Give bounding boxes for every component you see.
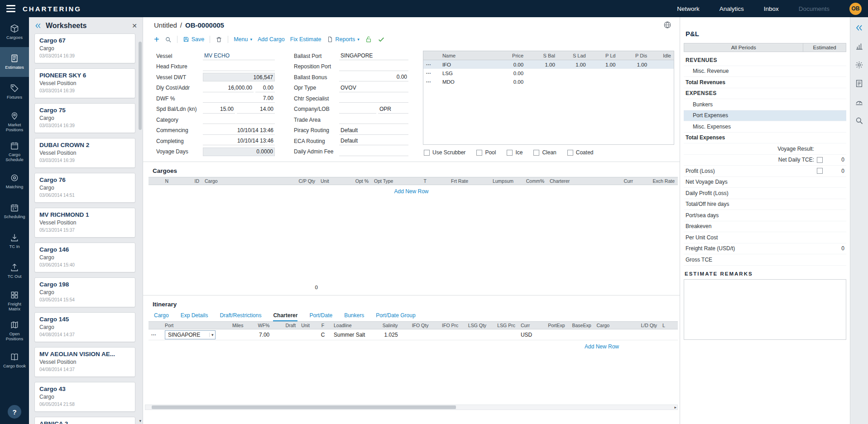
field-input-dly-cost-addr-1[interactable]: 16,000.00 — [203, 84, 254, 92]
worksheet-card-cargo-76[interactable]: Cargo 76Cargo03/06/2014 14:51 — [34, 173, 135, 203]
checkbox-use-scrubber[interactable]: Use Scrubber — [424, 149, 465, 156]
tab-port-date-group[interactable]: Port/Date Group — [376, 312, 415, 321]
itinerary-cell-wf[interactable]: 7.00 — [246, 332, 272, 338]
field-input-category[interactable] — [203, 115, 275, 124]
field-input-dwf[interactable]: 7.00 — [203, 94, 275, 103]
worksheet-card-pioneer-sky-6[interactable]: PIONEER SKY 6Vessel Position03/03/2014 1… — [34, 68, 135, 98]
checkbox-coated[interactable]: Coated — [567, 149, 594, 156]
port-select[interactable]: SINGAPORE▾ — [165, 330, 216, 339]
field-input-company-lob-1[interactable] — [339, 105, 376, 114]
delete-icon[interactable] — [216, 36, 222, 43]
itinerary-cell-loadline[interactable]: Summer Salt — [331, 332, 373, 338]
worksheet-card-mv-aeolian-vision-ae[interactable]: MV AEOLIAN VISION AE...Vessel Position04… — [34, 347, 135, 377]
bunker-row-ifo[interactable]: •••IFO0.001.001.001.001.00 — [423, 60, 674, 69]
field-input-commencing[interactable]: 10/10/14 13:46 — [203, 126, 275, 135]
close-worksheets-icon[interactable]: ✕ — [132, 22, 137, 29]
field-input-trade-area[interactable] — [339, 115, 408, 124]
bunker-row-lsg[interactable]: •••LSG0.00 — [423, 69, 674, 77]
tab-cargo[interactable]: Cargo — [154, 312, 169, 321]
field-input-piracy-routing[interactable]: Default — [339, 126, 408, 135]
menu-button[interactable]: Menu▾ — [234, 36, 252, 43]
sidebar-item-freight-matrix[interactable]: Freight Matrix — [0, 286, 29, 316]
unlocked-icon[interactable] — [365, 36, 372, 43]
sidebar-item-market-positions[interactable]: Market Positions — [0, 107, 29, 137]
field-input-chtr-specialist[interactable] — [339, 94, 408, 103]
sidebar-item-estimates[interactable]: Estimates — [0, 47, 29, 77]
sidebar-item-matching[interactable]: Matching — [0, 167, 29, 196]
itinerary-cell-salinity[interactable]: 1.025 — [373, 332, 401, 338]
worksheet-card-cargo-146[interactable]: Cargo 146Cargo03/06/2014 15:40 — [34, 243, 135, 272]
worksheets-scroll-down-icon[interactable]: ▾ — [139, 419, 141, 423]
field-input-opr-type[interactable]: OVOV — [339, 84, 408, 92]
field-input-vessel[interactable]: MV ECHO — [203, 52, 275, 60]
sidebar-item-cargo-schedule[interactable]: Cargo Schedule — [0, 137, 29, 167]
search-panel-icon[interactable] — [855, 116, 863, 125]
itinerary-cell-curr[interactable]: USD — [518, 332, 538, 338]
add-cargo-button[interactable]: Add Cargo — [258, 36, 285, 43]
field-input-spd-bal-ldn-kn-2[interactable]: 14.00 — [237, 105, 275, 114]
worksheet-card-cargo-75[interactable]: Cargo 75Cargo03/03/2014 16:39 — [34, 103, 135, 133]
scroll-right-icon[interactable]: ▸ — [674, 405, 676, 410]
field-input-head-fixture[interactable] — [203, 62, 275, 71]
sidebar-item-scheduling[interactable]: Scheduling — [0, 196, 29, 226]
worksheet-card-dubai-crown-2[interactable]: DUBAI CROWN 2Vessel Position03/03/2014 1… — [34, 138, 135, 168]
chart-icon[interactable] — [855, 42, 863, 51]
validate-check-icon[interactable] — [378, 36, 385, 43]
worksheet-card-cargo-145[interactable]: Cargo 145Cargo04/08/2014 14:37 — [34, 312, 135, 342]
bunker-row-mdo[interactable]: •••MDO0.00 — [423, 77, 674, 86]
gear-icon[interactable] — [855, 61, 863, 69]
pnl-row-port-expenses[interactable]: Port Expenses — [684, 110, 846, 122]
horizontal-scrollbar[interactable]: ▸ — [145, 405, 678, 410]
sidebar-item-tc-out[interactable]: TC Out — [0, 256, 29, 286]
save-button[interactable]: Save — [183, 36, 205, 43]
scrollbar-thumb[interactable] — [152, 405, 456, 409]
row-menu-icon[interactable]: ••• — [149, 333, 162, 337]
itinerary-add-new-row[interactable]: Add New Row — [143, 340, 680, 353]
worksheet-card-cargo-198[interactable]: Cargo 198Cargo03/05/2014 15:54 — [34, 277, 135, 307]
field-input-daily-admin-fee[interactable] — [339, 148, 408, 156]
field-input-completing[interactable]: 10/10/14 13:46 — [203, 137, 275, 145]
checkbox-pool[interactable]: Pool — [476, 149, 496, 156]
field-input-company-lob-2[interactable]: OPR — [378, 105, 408, 114]
worksheet-card-cargo-67[interactable]: Cargo 67Cargo03/03/2014 16:39 — [34, 33, 135, 63]
pnl-checkbox[interactable] — [817, 157, 823, 163]
itinerary-cell-f[interactable]: C — [315, 332, 331, 338]
gauge-icon[interactable] — [855, 98, 863, 106]
sidebar-item-open-positions[interactable]: Open Positions — [0, 316, 29, 346]
sidebar-item-fixtures[interactable]: Fixtures — [0, 77, 29, 107]
search-icon[interactable] — [165, 36, 172, 43]
row-menu-icon[interactable]: ••• — [423, 62, 440, 67]
row-menu-icon[interactable]: ••• — [423, 80, 440, 84]
field-input-reposition-port[interactable] — [339, 62, 408, 71]
collapse-panel-icon[interactable] — [855, 24, 863, 32]
help-button[interactable]: ? — [8, 405, 21, 419]
worksheets-scrollbar[interactable] — [139, 37, 142, 416]
checkbox-clean[interactable]: Clean — [533, 149, 556, 156]
pnl-period-all[interactable]: All Periods — [684, 43, 803, 52]
row-menu-icon[interactable]: ••• — [423, 71, 440, 75]
fix-estimate-button[interactable]: Fix Estimate — [290, 36, 321, 43]
estimate-remarks-input[interactable] — [684, 279, 846, 340]
report-list-icon[interactable] — [855, 79, 863, 88]
tab-exp-details[interactable]: Exp Details — [181, 312, 208, 321]
sidebar-item-cargoes[interactable]: Cargoes — [0, 17, 29, 47]
tab-charterer[interactable]: Charterer — [273, 312, 297, 321]
tab-bunkers[interactable]: Bunkers — [344, 312, 364, 321]
nav-network[interactable]: Network — [677, 5, 700, 12]
pnl-row-misc-expenses[interactable]: Misc. Expenses — [684, 121, 846, 133]
worksheet-card-arnica-2[interactable]: ARNICA 2 — [34, 417, 135, 424]
sidebar-item-tc-in[interactable]: TC In — [0, 226, 29, 256]
checkbox-ice[interactable]: Ice — [507, 149, 523, 156]
field-input-ballast-port[interactable]: SINGAPORE — [339, 52, 408, 60]
field-input-ballast-bonus[interactable]: 0.00 — [339, 73, 408, 81]
globe-icon[interactable] — [663, 21, 671, 29]
pnl-period-estimated[interactable]: Estimated — [803, 43, 846, 52]
worksheet-card-cargo-43[interactable]: Cargo 43Cargo06/05/2014 21:58 — [34, 382, 135, 412]
pnl-row-bunkers[interactable]: Bunkers — [684, 99, 846, 110]
field-input-eca-routing[interactable]: Default — [339, 137, 408, 145]
nav-documents[interactable]: Documents — [799, 5, 830, 12]
new-estimate-button[interactable]: + — [154, 35, 159, 44]
breadcrumb-untitled[interactable]: Untitled — [154, 21, 177, 29]
cargoes-add-new-row[interactable]: Add New Row — [143, 185, 680, 198]
sidebar-item-cargo-book[interactable]: Cargo Book — [0, 346, 29, 376]
